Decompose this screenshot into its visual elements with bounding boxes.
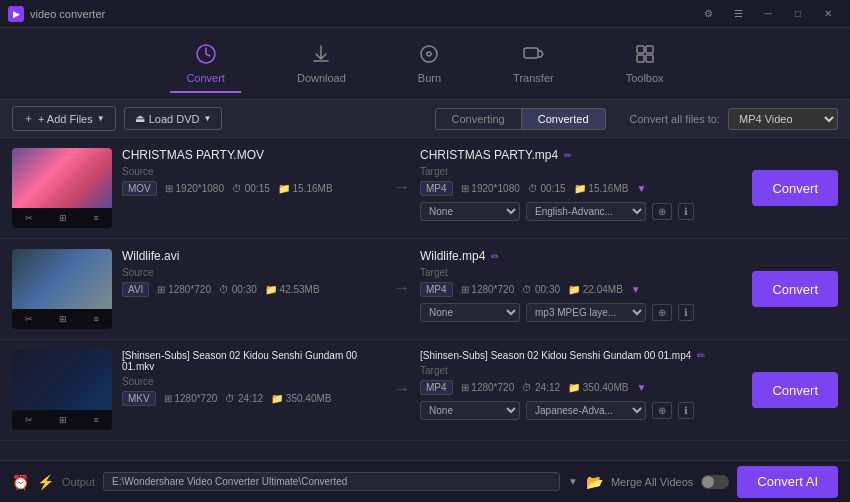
info-btn[interactable]: ℹ [678, 304, 694, 321]
format-select[interactable]: MP4 Video AVI Video MKV Video MOV Video [728, 108, 838, 130]
convert-all-button[interactable]: Convert AI [737, 466, 838, 498]
nav-convert[interactable]: Convert [170, 35, 241, 92]
source-details: Source [122, 166, 384, 177]
trim-icon[interactable]: ⊞ [59, 213, 67, 223]
info-btn[interactable]: ℹ [678, 402, 694, 419]
toolbox-nav-icon [634, 43, 656, 68]
clock-icon[interactable]: ⏰ [12, 474, 29, 490]
settings-icon[interactable]: ≡ [94, 415, 99, 425]
target-name-row: CHRISTMAS PARTY.mp4 ✏ [420, 148, 734, 162]
target-label-row: Target [420, 166, 734, 177]
convert-nav-label: Convert [186, 72, 225, 84]
edit-icon[interactable]: ✏ [697, 350, 705, 361]
nav-transfer[interactable]: Transfer [497, 35, 570, 92]
svg-rect-5 [646, 46, 653, 53]
tab-converted[interactable]: Converted [522, 108, 606, 130]
audio-select[interactable]: English-Advanc... [526, 202, 646, 221]
file-target-info: CHRISTMAS PARTY.mp4 ✏ Target MP4 ⊞ 1920*… [420, 148, 734, 228]
source-meta: AVI ⊞ 1280*720 ⏱ 00:30 📁 42.53MB [122, 282, 384, 297]
nav-toolbox[interactable]: Toolbox [610, 35, 680, 92]
cut-icon[interactable]: ✂ [25, 314, 33, 324]
target-name-row: Wildlife.mp4 ✏ [420, 249, 734, 263]
source-dur: ⏱ 24:12 [225, 393, 263, 404]
target-dur: ⏱ 24:12 [522, 382, 560, 393]
audio-merge-btn[interactable]: ⊕ [652, 304, 672, 321]
source-res: ⊞ 1920*1080 [165, 183, 224, 194]
download-nav-label: Download [297, 72, 346, 84]
dvd-icon: ⏏ [135, 112, 145, 125]
target-label-row: Target [420, 267, 734, 278]
settings-icon[interactable]: ≡ [94, 213, 99, 223]
plus-icon: ＋ [23, 111, 34, 126]
load-dvd-button[interactable]: ⏏ Load DVD ▼ [124, 107, 223, 130]
source-format: MOV [122, 181, 157, 196]
target-dropdown-arrow[interactable]: ▼ [631, 284, 641, 295]
window-controls: ⚙ ☰ ─ □ ✕ [694, 4, 842, 24]
target-dur: ⏱ 00:30 [522, 284, 560, 295]
file-source-info: Wildlife.avi Source AVI ⊞ 1280*720 ⏱ 00:… [122, 249, 384, 329]
source-size: 📁 15.16MB [278, 183, 333, 194]
subtitle-select[interactable]: None [420, 303, 520, 322]
file-item: ✂ ⊞ ≡ Wildlife.avi Source AVI ⊞ 1280*720… [0, 239, 850, 340]
target-label: Target [420, 166, 448, 177]
win-menu-btn[interactable]: ☰ [724, 4, 752, 24]
edit-icon[interactable]: ✏ [564, 150, 572, 161]
cut-icon[interactable]: ✂ [25, 415, 33, 425]
source-details: Source [122, 267, 384, 278]
source-format: MKV [122, 391, 156, 406]
output-dropdown-arrow[interactable]: ▼ [568, 476, 578, 487]
subtitle-select[interactable]: None [420, 202, 520, 221]
output-path[interactable]: E:\Wondershare Video Converter Ultimate\… [103, 472, 560, 491]
target-dropdown-arrow[interactable]: ▼ [636, 183, 646, 194]
win-minimize-btn[interactable]: ─ [754, 4, 782, 24]
nav-download[interactable]: Download [281, 35, 362, 92]
subtitle-select[interactable]: None [420, 401, 520, 420]
convert-button-2[interactable]: Convert [752, 271, 838, 307]
cut-icon[interactable]: ✂ [25, 213, 33, 223]
file-list: ✂ ⊞ ≡ CHRISTMAS PARTY.MOV Source MOV ⊞ 1… [0, 138, 850, 478]
audio-select[interactable]: mp3 MPEG laye... [526, 303, 646, 322]
info-btn[interactable]: ℹ [678, 203, 694, 220]
arrow-col: → [394, 148, 410, 228]
audio-merge-btn[interactable]: ⊕ [652, 203, 672, 220]
toolbox-nav-label: Toolbox [626, 72, 664, 84]
file-thumbnail: ✂ ⊞ ≡ [12, 148, 112, 228]
trim-icon[interactable]: ⊞ [59, 314, 67, 324]
svg-rect-4 [637, 46, 644, 53]
target-dropdown-arrow[interactable]: ▼ [636, 382, 646, 393]
merge-toggle[interactable] [701, 475, 729, 489]
file-thumbnail: ✂ ⊞ ≡ [12, 350, 112, 430]
bolt-icon[interactable]: ⚡ [37, 474, 54, 490]
source-filename: CHRISTMAS PARTY.MOV [122, 148, 384, 162]
source-size: 📁 350.40MB [271, 393, 331, 404]
target-filename: CHRISTMAS PARTY.mp4 [420, 148, 558, 162]
trim-icon[interactable]: ⊞ [59, 415, 67, 425]
win-settings-btn[interactable]: ⚙ [694, 4, 722, 24]
svg-rect-7 [646, 55, 653, 62]
nav-bar: Convert Download Burn Transfer [0, 28, 850, 100]
target-size: 📁 350.40MB [568, 382, 628, 393]
win-maximize-btn[interactable]: □ [784, 4, 812, 24]
source-res: ⊞ 1280*720 [157, 284, 211, 295]
settings-icon[interactable]: ≡ [94, 314, 99, 324]
edit-icon[interactable]: ✏ [491, 251, 499, 262]
nav-burn[interactable]: Burn [402, 35, 457, 92]
folder-icon[interactable]: 📂 [586, 474, 603, 490]
add-files-button[interactable]: ＋ + Add Files ▼ [12, 106, 116, 131]
win-close-btn[interactable]: ✕ [814, 4, 842, 24]
convert-button-1[interactable]: Convert [752, 170, 838, 206]
source-label: Source [122, 376, 154, 387]
thumb-controls: ✂ ⊞ ≡ [12, 309, 112, 329]
audio-merge-btn[interactable]: ⊕ [652, 402, 672, 419]
target-format: MP4 [420, 181, 453, 196]
arrow-icon: → [394, 178, 410, 196]
merge-all-label: Merge All Videos [611, 476, 693, 488]
audio-select[interactable]: Japanese-Adva... [526, 401, 646, 420]
source-dur: ⏱ 00:30 [219, 284, 257, 295]
thumb-controls: ✂ ⊞ ≡ [12, 208, 112, 228]
source-dur: ⏱ 00:15 [232, 183, 270, 194]
convert-button-3[interactable]: Convert [752, 372, 838, 408]
convert-nav-icon [195, 43, 217, 68]
burn-nav-label: Burn [418, 72, 441, 84]
tab-converting[interactable]: Converting [435, 108, 522, 130]
